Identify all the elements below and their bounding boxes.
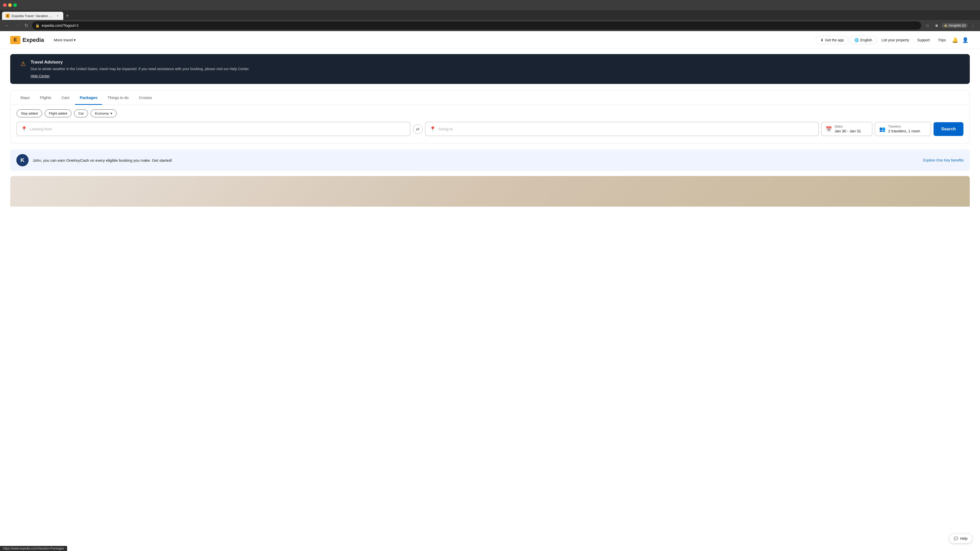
going-to-content: Going to xyxy=(438,127,815,131)
warning-icon: ⚠ xyxy=(21,60,26,67)
search-filters: Stay added Flight added Car Economy ▾ xyxy=(11,105,969,120)
search-widget: Stays Flights Cars Packages Things to do… xyxy=(10,90,970,143)
chat-icon: 💬 xyxy=(954,537,958,540)
search-button[interactable]: Search xyxy=(934,122,963,136)
travelers-value: 2 travelers, 1 room xyxy=(888,129,927,133)
tab-close-button[interactable]: × xyxy=(56,14,60,18)
logo-icon: E xyxy=(10,36,21,44)
reload-button[interactable]: ↻ xyxy=(22,22,30,29)
tab-things-to-do[interactable]: Things to do xyxy=(103,90,134,105)
onekey-banner: K John, you can earn OneKeyCash on every… xyxy=(10,149,970,171)
travelers-input[interactable]: 👥 Travelers 2 travelers, 1 room xyxy=(875,122,931,136)
extensions-button[interactable]: ■ xyxy=(932,21,941,30)
logo[interactable]: E Expedia xyxy=(10,36,44,44)
url-input[interactable] xyxy=(41,24,918,27)
tab-favicon: E xyxy=(6,14,10,18)
logo-text: Expedia xyxy=(22,37,44,43)
dates-content: Dates Jan 30 - Jan 31 xyxy=(835,125,868,133)
active-tab[interactable]: E Expedia Travel: Vacation Home... × xyxy=(2,12,63,20)
filter-economy[interactable]: Economy ▾ xyxy=(91,110,116,118)
economy-label: Economy xyxy=(95,111,109,115)
travelers-label: Travelers xyxy=(888,125,927,128)
status-bar: https://www.expedia.com/Vacation-Package… xyxy=(0,546,67,551)
location-from-icon: 📍 xyxy=(21,126,27,132)
location-to-icon: 📍 xyxy=(430,126,436,132)
address-bar[interactable]: 🔒 xyxy=(32,21,921,30)
get-app-label: Get the app xyxy=(825,38,844,42)
dates-value: Jan 30 - Jan 31 xyxy=(835,129,868,133)
help-label: Help xyxy=(960,537,967,540)
incognito-label: Incognito (2) xyxy=(948,24,966,27)
filter-car[interactable]: Car xyxy=(74,110,88,118)
help-button[interactable]: 💬 Help xyxy=(949,534,972,543)
travelers-content: Travelers 2 travelers, 1 room xyxy=(888,125,927,133)
bottom-preview-background xyxy=(10,176,970,206)
chevron-down-icon: ▾ xyxy=(74,38,76,42)
advisory-title: Travel Advisory xyxy=(30,60,250,65)
get-app-button[interactable]: ⬇ Get the app xyxy=(816,36,849,44)
back-button[interactable]: ← xyxy=(3,22,11,29)
window-close-button[interactable] xyxy=(3,3,6,7)
list-property-link[interactable]: List your property xyxy=(878,36,913,44)
page-content: E Expedia More travel ▾ ⬇ Get the app 🌐 … xyxy=(0,31,980,551)
tab-cars[interactable]: Cars xyxy=(57,90,74,105)
advisory-banner: ⚠ Travel Advisory Due to winter weather … xyxy=(10,54,970,84)
economy-chevron-icon: ▾ xyxy=(110,111,112,115)
language-label: English xyxy=(860,38,872,42)
more-travel-button[interactable]: More travel ▾ xyxy=(51,36,78,44)
notifications-button[interactable]: 🔔 xyxy=(950,35,959,44)
swap-icon: ⇄ xyxy=(416,127,419,131)
tab-flights[interactable]: Flights xyxy=(35,90,56,105)
tab-stays[interactable]: Stays xyxy=(16,90,35,105)
toolbar-actions: ☆ ■ 🕵 Incognito (2) ⋮ xyxy=(923,21,977,30)
tab-cruises[interactable]: Cruises xyxy=(134,90,156,105)
dates-input[interactable]: 📅 Dates Jan 30 - Jan 31 xyxy=(821,122,872,136)
search-inputs: 📍 Leaving from ⇄ 📍 Going to 📅 Dates Jan … xyxy=(11,122,969,136)
window-minimize-button[interactable] xyxy=(8,3,12,7)
navbar: E Expedia More travel ▾ ⬇ Get the app 🌐 … xyxy=(0,31,980,49)
navbar-actions: ⬇ Get the app 🌐 English List your proper… xyxy=(816,35,970,44)
onekey-benefits-link[interactable]: Explore One Key benefits xyxy=(923,158,964,162)
filter-flight-added[interactable]: Flight added xyxy=(45,110,72,118)
forward-button[interactable]: → xyxy=(13,22,21,29)
browser-chrome: E Expedia Travel: Vacation Home... × + ←… xyxy=(0,0,980,31)
search-tabs: Stays Flights Cars Packages Things to do… xyxy=(11,90,969,105)
leaving-from-placeholder: Leaving from xyxy=(30,127,406,131)
more-travel-label: More travel xyxy=(54,38,73,42)
tab-packages[interactable]: Packages xyxy=(75,90,102,105)
leaving-from-content: Leaving from xyxy=(30,127,406,131)
user-icon: 👤 xyxy=(962,37,969,43)
help-center-link[interactable]: Help Center xyxy=(30,74,50,78)
bell-icon: 🔔 xyxy=(952,37,958,43)
support-link[interactable]: Support xyxy=(914,36,933,44)
advisory-text: Due to winter weather in the United Stat… xyxy=(30,66,250,72)
incognito-icon: 🕵 xyxy=(944,24,948,27)
travelers-icon: 👥 xyxy=(879,126,886,132)
calendar-icon: 📅 xyxy=(826,126,832,132)
filter-stay-added[interactable]: Stay added xyxy=(17,110,42,118)
leaving-from-input[interactable]: 📍 Leaving from xyxy=(17,122,410,136)
new-tab-button[interactable]: + xyxy=(64,12,71,20)
window-maximize-button[interactable] xyxy=(13,3,17,7)
user-profile-button[interactable]: 👤 xyxy=(961,35,970,44)
going-to-input[interactable]: 📍 Going to xyxy=(425,122,819,136)
lock-icon: 🔒 xyxy=(35,24,40,27)
bookmark-button[interactable]: ☆ xyxy=(923,21,932,30)
language-button[interactable]: 🌐 English xyxy=(850,36,877,44)
going-to-placeholder: Going to xyxy=(438,127,815,131)
status-url: https://www.expedia.com/Vacation-Package… xyxy=(3,547,64,550)
onekey-avatar: K xyxy=(16,154,29,166)
browser-titlebar xyxy=(0,0,980,10)
incognito-badge[interactable]: 🕵 Incognito (2) xyxy=(942,23,968,28)
download-icon: ⬇ xyxy=(821,38,824,42)
tab-bar: E Expedia Travel: Vacation Home... × + xyxy=(0,10,980,20)
more-button[interactable]: ⋮ xyxy=(969,21,977,30)
globe-icon: 🌐 xyxy=(854,38,859,42)
onekey-text: John, you can earn OneKeyCash on every e… xyxy=(33,158,919,162)
trips-link[interactable]: Trips xyxy=(934,36,950,44)
swap-locations-button[interactable]: ⇄ xyxy=(413,124,423,134)
window-controls xyxy=(3,3,17,7)
browser-toolbar: ← → ↻ 🔒 ☆ ■ 🕵 Incognito (2) ⋮ xyxy=(0,20,980,31)
tab-title: Expedia Travel: Vacation Home... xyxy=(12,14,54,18)
dates-label: Dates xyxy=(835,125,868,128)
